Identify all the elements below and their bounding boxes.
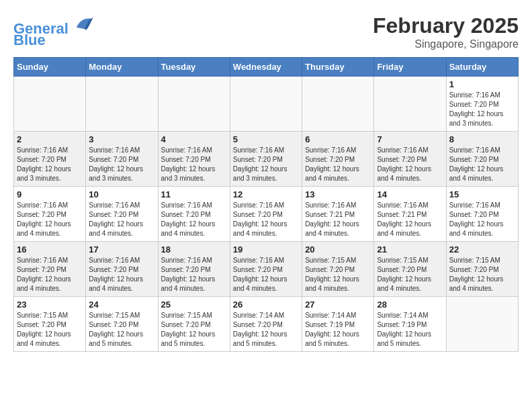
day-info: Sunrise: 7:15 AM Sunset: 7:20 PM Dayligh… <box>449 256 515 293</box>
day-number: 27 <box>305 300 371 310</box>
logo: General Blue <box>13 13 94 49</box>
day-info: Sunrise: 7:14 AM Sunset: 7:19 PM Dayligh… <box>305 311 371 349</box>
calendar-cell <box>302 77 374 132</box>
day-header-wednesday: Wednesday <box>230 58 302 77</box>
title-block: February 2025 Singapore, Singapore <box>373 13 519 50</box>
calendar-week-row: 2Sunrise: 7:16 AM Sunset: 7:20 PM Daylig… <box>14 132 519 187</box>
calendar-cell: 27Sunrise: 7:14 AM Sunset: 7:19 PM Dayli… <box>302 297 374 352</box>
calendar-cell: 22Sunrise: 7:15 AM Sunset: 7:20 PM Dayli… <box>446 242 518 297</box>
day-info: Sunrise: 7:15 AM Sunset: 7:20 PM Dayligh… <box>305 256 371 293</box>
day-header-friday: Friday <box>374 58 446 77</box>
day-number: 19 <box>233 244 299 255</box>
day-number: 28 <box>377 300 443 310</box>
day-number: 10 <box>89 189 154 199</box>
day-info: Sunrise: 7:16 AM Sunset: 7:21 PM Dayligh… <box>305 201 371 238</box>
calendar-cell: 4Sunrise: 7:16 AM Sunset: 7:20 PM Daylig… <box>158 132 230 187</box>
calendar-cell: 12Sunrise: 7:16 AM Sunset: 7:20 PM Dayli… <box>230 187 302 242</box>
day-info: Sunrise: 7:16 AM Sunset: 7:20 PM Dayligh… <box>233 201 299 238</box>
calendar-cell: 19Sunrise: 7:16 AM Sunset: 7:20 PM Dayli… <box>230 242 302 297</box>
page-header: General Blue February 2025 Singapore, Si… <box>13 13 519 50</box>
calendar-cell: 8Sunrise: 7:16 AM Sunset: 7:20 PM Daylig… <box>446 132 518 187</box>
day-info: Sunrise: 7:16 AM Sunset: 7:20 PM Dayligh… <box>17 256 83 293</box>
calendar-cell: 26Sunrise: 7:14 AM Sunset: 7:20 PM Dayli… <box>230 297 302 352</box>
day-number: 6 <box>305 134 371 144</box>
day-info: Sunrise: 7:15 AM Sunset: 7:20 PM Dayligh… <box>161 311 227 349</box>
day-number: 5 <box>233 134 299 144</box>
calendar-cell: 6Sunrise: 7:16 AM Sunset: 7:20 PM Daylig… <box>302 132 374 187</box>
day-header-sunday: Sunday <box>14 58 86 77</box>
calendar-cell: 3Sunrise: 7:16 AM Sunset: 7:20 PM Daylig… <box>86 132 158 187</box>
day-info: Sunrise: 7:15 AM Sunset: 7:20 PM Dayligh… <box>17 311 83 349</box>
calendar-week-row: 9Sunrise: 7:16 AM Sunset: 7:20 PM Daylig… <box>14 187 519 242</box>
calendar-cell: 25Sunrise: 7:15 AM Sunset: 7:20 PM Dayli… <box>158 297 230 352</box>
day-info: Sunrise: 7:16 AM Sunset: 7:20 PM Dayligh… <box>377 146 443 183</box>
day-number: 8 <box>449 134 515 144</box>
day-header-tuesday: Tuesday <box>158 58 230 77</box>
day-info: Sunrise: 7:16 AM Sunset: 7:20 PM Dayligh… <box>449 146 515 183</box>
day-number: 4 <box>161 134 227 144</box>
calendar-cell: 1Sunrise: 7:16 AM Sunset: 7:20 PM Daylig… <box>446 77 518 132</box>
day-info: Sunrise: 7:16 AM Sunset: 7:20 PM Dayligh… <box>89 146 154 183</box>
day-info: Sunrise: 7:14 AM Sunset: 7:19 PM Dayligh… <box>377 311 443 349</box>
calendar-cell: 15Sunrise: 7:16 AM Sunset: 7:20 PM Dayli… <box>446 187 518 242</box>
day-number: 16 <box>17 244 83 255</box>
day-info: Sunrise: 7:16 AM Sunset: 7:20 PM Dayligh… <box>449 201 515 238</box>
day-number: 24 <box>89 300 154 310</box>
calendar-cell: 28Sunrise: 7:14 AM Sunset: 7:19 PM Dayli… <box>374 297 446 352</box>
calendar-week-row: 1Sunrise: 7:16 AM Sunset: 7:20 PM Daylig… <box>14 77 519 132</box>
day-info: Sunrise: 7:15 AM Sunset: 7:20 PM Dayligh… <box>89 311 154 349</box>
calendar-cell: 11Sunrise: 7:16 AM Sunset: 7:20 PM Dayli… <box>158 187 230 242</box>
day-number: 26 <box>233 300 299 310</box>
calendar-cell <box>230 77 302 132</box>
day-number: 18 <box>161 244 227 255</box>
calendar-cell: 14Sunrise: 7:16 AM Sunset: 7:21 PM Dayli… <box>374 187 446 242</box>
calendar-cell: 24Sunrise: 7:15 AM Sunset: 7:20 PM Dayli… <box>86 297 158 352</box>
day-header-saturday: Saturday <box>446 58 518 77</box>
day-info: Sunrise: 7:16 AM Sunset: 7:20 PM Dayligh… <box>89 256 154 293</box>
day-info: Sunrise: 7:16 AM Sunset: 7:21 PM Dayligh… <box>377 201 443 238</box>
calendar-header-row: SundayMondayTuesdayWednesdayThursdayFrid… <box>14 58 519 77</box>
day-number: 9 <box>17 189 83 199</box>
day-number: 23 <box>17 300 83 310</box>
calendar-cell: 5Sunrise: 7:16 AM Sunset: 7:20 PM Daylig… <box>230 132 302 187</box>
day-number: 17 <box>89 244 154 255</box>
calendar-cell: 23Sunrise: 7:15 AM Sunset: 7:20 PM Dayli… <box>14 297 86 352</box>
day-number: 25 <box>161 300 227 310</box>
calendar-cell <box>374 77 446 132</box>
day-number: 15 <box>449 189 515 199</box>
day-header-thursday: Thursday <box>302 58 374 77</box>
day-info: Sunrise: 7:16 AM Sunset: 7:20 PM Dayligh… <box>17 146 83 183</box>
day-number: 13 <box>305 189 371 199</box>
day-number: 22 <box>449 244 515 255</box>
day-number: 11 <box>161 189 227 199</box>
day-header-monday: Monday <box>86 58 158 77</box>
calendar-cell: 2Sunrise: 7:16 AM Sunset: 7:20 PM Daylig… <box>14 132 86 187</box>
calendar-cell: 7Sunrise: 7:16 AM Sunset: 7:20 PM Daylig… <box>374 132 446 187</box>
calendar-cell <box>14 77 86 132</box>
day-info: Sunrise: 7:16 AM Sunset: 7:20 PM Dayligh… <box>89 201 154 238</box>
day-info: Sunrise: 7:16 AM Sunset: 7:20 PM Dayligh… <box>161 201 227 238</box>
day-number: 20 <box>305 244 371 255</box>
day-info: Sunrise: 7:16 AM Sunset: 7:20 PM Dayligh… <box>305 146 371 183</box>
day-info: Sunrise: 7:15 AM Sunset: 7:20 PM Dayligh… <box>377 256 443 293</box>
day-number: 2 <box>17 134 83 144</box>
logo-bird-icon <box>74 13 94 34</box>
day-info: Sunrise: 7:14 AM Sunset: 7:20 PM Dayligh… <box>233 311 299 349</box>
calendar-cell <box>158 77 230 132</box>
calendar-cell <box>446 297 518 352</box>
calendar-cell: 10Sunrise: 7:16 AM Sunset: 7:20 PM Dayli… <box>86 187 158 242</box>
day-info: Sunrise: 7:16 AM Sunset: 7:20 PM Dayligh… <box>233 256 299 293</box>
month-title: February 2025 <box>373 13 519 38</box>
day-number: 21 <box>377 244 443 255</box>
day-number: 14 <box>377 189 443 199</box>
calendar-week-row: 16Sunrise: 7:16 AM Sunset: 7:20 PM Dayli… <box>14 242 519 297</box>
calendar-cell: 9Sunrise: 7:16 AM Sunset: 7:20 PM Daylig… <box>14 187 86 242</box>
calendar-week-row: 23Sunrise: 7:15 AM Sunset: 7:20 PM Dayli… <box>14 297 519 352</box>
day-info: Sunrise: 7:16 AM Sunset: 7:20 PM Dayligh… <box>161 256 227 293</box>
day-info: Sunrise: 7:16 AM Sunset: 7:20 PM Dayligh… <box>161 146 227 183</box>
calendar-cell: 17Sunrise: 7:16 AM Sunset: 7:20 PM Dayli… <box>86 242 158 297</box>
day-info: Sunrise: 7:16 AM Sunset: 7:20 PM Dayligh… <box>17 201 83 238</box>
day-info: Sunrise: 7:16 AM Sunset: 7:20 PM Dayligh… <box>449 91 515 128</box>
calendar-cell: 18Sunrise: 7:16 AM Sunset: 7:20 PM Dayli… <box>158 242 230 297</box>
calendar-cell: 21Sunrise: 7:15 AM Sunset: 7:20 PM Dayli… <box>374 242 446 297</box>
